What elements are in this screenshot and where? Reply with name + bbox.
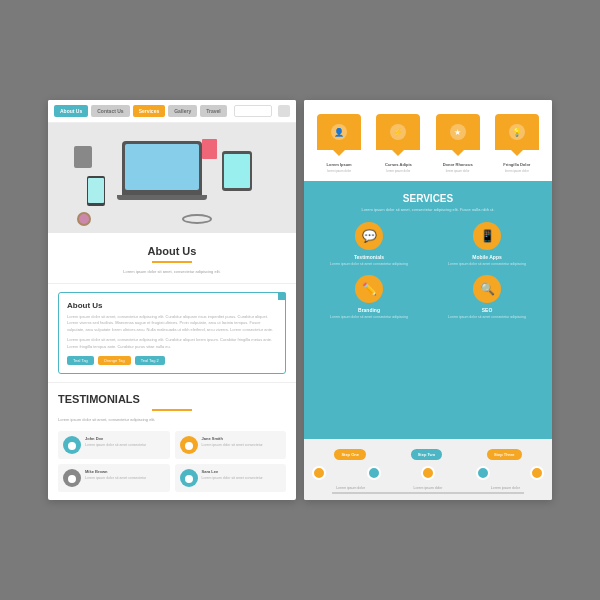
test-text-1: Lorem ipsum dolor sit amet consectetur — [202, 443, 263, 448]
feature-label-3: Fringilla Dolor — [503, 162, 530, 167]
about-box-para2: Lorem ipsum dolor sit amet, consectetur … — [67, 337, 277, 350]
service-icon-2: ✏️ — [355, 275, 383, 303]
timeline-dot-0 — [312, 466, 326, 480]
avatar-1 — [180, 436, 198, 454]
tablet-icon — [222, 151, 252, 191]
nav-about[interactable]: About Us — [54, 105, 88, 117]
feature-label-2: Donor Rhoncus — [443, 162, 473, 167]
coffee-icon — [77, 212, 91, 226]
glasses-icon — [182, 214, 212, 224]
timeline-text-1: Lorem ipsum dolor — [414, 486, 443, 490]
feature-label-1: Curses Adipis — [385, 162, 412, 167]
testimonials-cards: John Doe Lorem ipsum dolor sit amet cons… — [58, 431, 286, 492]
services-title: SERVICES — [314, 193, 542, 204]
tablet-screen — [224, 154, 250, 188]
feature-card-2: ★ Donor Rhoncus lorem ipsum dolor — [431, 114, 485, 173]
timeline-line — [332, 492, 524, 494]
tag-teal-2[interactable]: Teal Tag 2 — [135, 356, 165, 365]
tag-teal-1[interactable]: Teal Tag — [67, 356, 94, 365]
timeline-section: Step One Step Two Step Three Lorem ipsum… — [304, 439, 552, 500]
testimonials-section: TESTIMONIALS Lorem ipsum dolor sit amet,… — [48, 383, 296, 500]
bubble-2: Step Three — [487, 449, 522, 460]
service-desc-0: Lorem ipsum dolor sit amet consectetur a… — [330, 262, 408, 267]
bubble-1: Step Two — [411, 449, 442, 460]
service-item-0: 💬 Testimonials Lorem ipsum dolor sit ame… — [314, 222, 424, 267]
desk-illustration — [72, 131, 272, 226]
avatar-2 — [63, 469, 81, 487]
test-card-1: Jane Smith Lorem ipsum dolor sit amet co… — [175, 431, 287, 459]
avatar-3 — [180, 469, 198, 487]
service-name-2: Branding — [358, 307, 380, 313]
about-heading-section: About Us Lorem ipsum dolor sit amet, con… — [48, 233, 296, 284]
test-text-2: Lorem ipsum dolor sit amet consectetur — [85, 476, 146, 481]
test-name-3: Sara Lee — [202, 469, 263, 474]
service-name-3: SEO — [482, 307, 493, 313]
timeline-dots — [312, 466, 544, 480]
laptop-screen — [125, 144, 199, 190]
about-box-section: About Us Lorem ipsum dolor sit amet, con… — [48, 284, 296, 383]
services-section: SERVICES Lorem ipsum dolor sit amet, con… — [304, 181, 552, 439]
about-heading-text: Lorem ipsum dolor sit amet, consectetur … — [64, 269, 280, 275]
nav-gallery[interactable]: Gallery — [168, 105, 197, 117]
about-heading-title: About Us — [64, 245, 280, 257]
service-desc-3: Lorem ipsum dolor sit amet consectetur a… — [448, 315, 526, 320]
avatar-head-1 — [185, 442, 193, 450]
service-item-1: 📱 Mobile Apps Lorem ipsum dolor sit amet… — [432, 222, 542, 267]
test-card-3: Sara Lee Lorem ipsum dolor sit amet cons… — [175, 464, 287, 492]
laptop-base — [117, 195, 207, 200]
feature-label-0: Lorem Ipsum — [327, 162, 352, 167]
tag-orange[interactable]: Orange Tag — [98, 356, 131, 365]
test-card-content-2: Mike Brown Lorem ipsum dolor sit amet co… — [85, 469, 146, 481]
hero-area — [48, 123, 296, 233]
feature-icon-box-3: 💡 — [495, 114, 539, 150]
feature-icon-1: ⚡ — [390, 124, 406, 140]
timeline-dot-1 — [367, 466, 381, 480]
feature-card-3: 💡 Fringilla Dolor lorem ipsum dolor — [490, 114, 544, 173]
feature-sub-2: lorem ipsum dolor — [446, 169, 470, 173]
about-box-title: About Us — [67, 301, 277, 310]
nav-travel[interactable]: Travel — [200, 105, 226, 117]
testimonials-title: TESTIMONIALS — [58, 393, 286, 405]
main-container: About Us Contact Us Services Gallery Tra… — [28, 80, 572, 520]
avatar-head-3 — [185, 475, 193, 483]
testimonials-subtitle: Lorem ipsum dolor sit amet, consectetur … — [58, 417, 286, 423]
service-name-1: Mobile Apps — [472, 254, 502, 260]
feature-icon-box-2: ★ — [436, 114, 480, 150]
service-item-3: 🔍 SEO Lorem ipsum dolor sit amet consect… — [432, 275, 542, 320]
timeline-dot-3 — [476, 466, 490, 480]
book-icon — [202, 139, 217, 159]
nav-contact[interactable]: Contact Us — [91, 105, 129, 117]
search-input[interactable] — [234, 105, 272, 117]
service-icon-0: 💬 — [355, 222, 383, 250]
service-desc-1: Lorem ipsum dolor sit amet consectetur a… — [448, 262, 526, 267]
feature-sub-3: lorem ipsum dolor — [505, 169, 529, 173]
menu-icon[interactable] — [278, 105, 290, 117]
test-name-1: Jane Smith — [202, 436, 263, 441]
feature-icon-box-0: 👤 — [317, 114, 361, 150]
about-box-corner — [278, 292, 286, 300]
nav-services[interactable]: Services — [133, 105, 166, 117]
timeline-dot-2 — [421, 466, 435, 480]
feature-sub-1: lorem ipsum dolor — [386, 169, 410, 173]
timeline-track — [312, 466, 544, 480]
right-panel: 👤 Lorem Ipsum lorem ipsum dolor ⚡ Curses… — [304, 100, 552, 500]
feature-icon-box-1: ⚡ — [376, 114, 420, 150]
about-box: About Us Lorem ipsum dolor sit amet, con… — [58, 292, 286, 374]
testimonials-line — [152, 409, 192, 411]
about-heading-line — [152, 261, 192, 263]
timeline-dot-4 — [530, 466, 544, 480]
test-text-0: Lorem ipsum dolor sit amet consectetur — [85, 443, 146, 448]
phone-icon — [87, 176, 105, 206]
feature-card-1: ⚡ Curses Adipis lorem ipsum dolor — [371, 114, 425, 173]
feature-cards: 👤 Lorem Ipsum lorem ipsum dolor ⚡ Curses… — [304, 100, 552, 181]
left-panel: About Us Contact Us Services Gallery Tra… — [48, 100, 296, 500]
service-name-0: Testimonials — [354, 254, 384, 260]
feature-icon-3: 💡 — [509, 124, 525, 140]
test-text-3: Lorem ipsum dolor sit amet consectetur — [202, 476, 263, 481]
service-desc-2: Lorem ipsum dolor sit amet consectetur a… — [330, 315, 408, 320]
timeline-items: Lorem ipsum dolor Lorem ipsum dolor Lore… — [312, 486, 544, 490]
timeline-text-2: Lorem ipsum dolor — [491, 486, 520, 490]
service-item-2: ✏️ Branding Lorem ipsum dolor sit amet c… — [314, 275, 424, 320]
bubble-0: Step One — [334, 449, 366, 460]
feature-icon-2: ★ — [450, 124, 466, 140]
